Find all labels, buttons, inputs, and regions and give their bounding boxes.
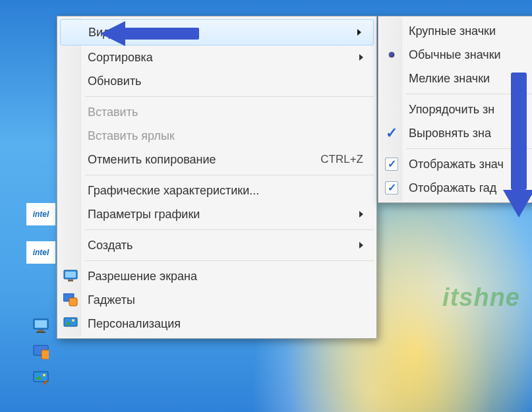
svg-rect-1 xyxy=(35,320,47,328)
submenu-item-show-gadgets[interactable]: ✓ Отображать гад xyxy=(380,176,532,200)
menu-label: Вставить xyxy=(88,105,363,119)
submenu-item-auto-arrange[interactable]: Упорядочить зн xyxy=(380,98,532,121)
submenu-arrow-icon xyxy=(359,211,363,218)
menu-label: Создать xyxy=(88,239,359,252)
personalization-icon xyxy=(63,316,78,332)
check-icon: ✓ xyxy=(384,125,399,141)
svg-rect-5 xyxy=(42,350,49,359)
menu-label: Упорядочить зн xyxy=(409,103,532,117)
svg-rect-6 xyxy=(34,372,48,382)
menu-label: Отменить копирование xyxy=(88,153,320,167)
submenu-arrow-icon xyxy=(359,242,363,249)
submenu-item-medium-icons[interactable]: Обычные значки xyxy=(380,43,532,67)
menu-item-gfx-parameters[interactable]: Параметры графики xyxy=(59,202,375,226)
svg-rect-9 xyxy=(65,272,76,278)
svg-rect-3 xyxy=(36,332,45,333)
menu-item-view[interactable]: Вид xyxy=(60,19,374,45)
svg-point-14 xyxy=(72,319,74,322)
submenu-item-large-icons[interactable]: Крупные значки xyxy=(380,19,532,43)
intel-logo-label: intel xyxy=(33,248,49,257)
svg-point-7 xyxy=(43,374,45,376)
menu-item-sort[interactable]: Сортировка xyxy=(59,45,375,69)
context-menu-main: Вид Сортировка Обновить Вставить Вставит… xyxy=(57,16,377,339)
desktop-icon-gadgets[interactable] xyxy=(32,343,50,361)
menu-label: Обновить xyxy=(88,74,363,88)
menu-item-paste-shortcut: Вставить ярлык xyxy=(59,124,375,148)
menu-label: Вид xyxy=(88,26,357,40)
menu-item-personalization[interactable]: Персонализация xyxy=(59,312,375,336)
desktop-icon-resolution[interactable] xyxy=(32,316,50,335)
menu-label: Сортировка xyxy=(88,51,359,65)
menu-separator xyxy=(85,229,374,230)
menu-label: Обычные значки xyxy=(409,48,532,62)
menu-item-paste: Вставить xyxy=(59,100,375,124)
menu-label: Персонализация xyxy=(88,317,363,331)
svg-rect-13 xyxy=(64,318,77,326)
menu-separator xyxy=(85,96,374,97)
menu-label: Мелкие значки xyxy=(409,72,532,86)
submenu-arrow-icon xyxy=(357,29,361,36)
context-menu-view-submenu: Крупные значки Обычные значки Мелкие зна… xyxy=(378,16,532,203)
menu-label: Разрешение экрана xyxy=(88,270,363,283)
menu-label: Вставить ярлык xyxy=(88,129,363,143)
svg-rect-12 xyxy=(69,298,77,306)
intel-logo-label: intel xyxy=(33,210,49,219)
menu-shortcut: CTRL+Z xyxy=(320,153,363,166)
svg-rect-10 xyxy=(68,280,73,281)
menu-label: Отображать знач xyxy=(409,158,532,171)
desktop-icon-personalization[interactable] xyxy=(32,369,50,388)
menu-label: Графические характеристики... xyxy=(88,184,363,198)
menu-item-refresh[interactable]: Обновить xyxy=(59,69,375,93)
menu-label: Гаджеты xyxy=(88,293,363,307)
menu-label: Параметры графики xyxy=(88,208,359,221)
menu-separator xyxy=(406,148,532,149)
menu-item-gfx-properties[interactable]: Графические характеристики... xyxy=(59,179,375,202)
submenu-item-small-icons[interactable]: Мелкие значки xyxy=(380,67,532,90)
menu-separator xyxy=(85,175,374,175)
checkbox-checked-icon: ✓ xyxy=(384,156,399,172)
submenu-item-show-icons[interactable]: ✓ Отображать знач xyxy=(380,152,532,176)
checkbox-checked-icon: ✓ xyxy=(384,180,399,196)
menu-item-create[interactable]: Создать xyxy=(59,233,375,257)
monitor-icon xyxy=(63,268,78,284)
menu-item-undo-copy[interactable]: Отменить копирование CTRL+Z xyxy=(59,148,375,171)
desktop-icon-intel-1[interactable]: intel xyxy=(26,203,55,225)
svg-rect-2 xyxy=(38,330,44,332)
menu-label: Выровнять зна xyxy=(409,127,532,140)
submenu-item-align-grid[interactable]: ✓ Выровнять зна xyxy=(380,121,532,145)
submenu-arrow-icon xyxy=(359,54,363,61)
menu-separator xyxy=(85,260,374,261)
menu-label: Крупные значки xyxy=(409,24,532,38)
menu-item-gadgets[interactable]: Гаджеты xyxy=(59,288,375,312)
desktop-icon-intel-2[interactable]: intel xyxy=(26,241,55,264)
menu-item-screen-resolution[interactable]: Разрешение экрана xyxy=(59,264,375,288)
menu-label: Отображать гад xyxy=(409,181,532,195)
radio-selected-icon xyxy=(384,47,399,63)
menu-separator xyxy=(406,94,532,94)
gadgets-icon xyxy=(63,292,78,308)
